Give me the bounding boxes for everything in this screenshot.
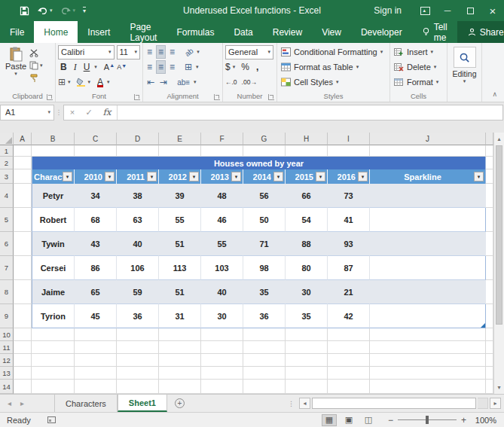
cell-J12[interactable] (370, 354, 486, 367)
macro-record-icon[interactable] (47, 416, 56, 423)
cell-E7[interactable]: 113 (159, 256, 201, 280)
scroll-up-icon[interactable]: ▴ (494, 133, 504, 145)
table-header-2016[interactable]: 2016▾ (328, 169, 370, 184)
cell-H7[interactable]: 80 (286, 256, 328, 280)
cell-C12[interactable] (75, 354, 117, 367)
cell-E11[interactable] (159, 341, 201, 354)
cell-A12[interactable] (14, 354, 32, 367)
cell-J6-sparkline[interactable] (370, 232, 486, 256)
cell-B7[interactable]: Cersei (32, 256, 75, 280)
cell-I10[interactable] (328, 328, 370, 341)
cell-C7[interactable]: 86 (75, 256, 117, 280)
redo-dropdown-icon[interactable]: ▾ (73, 8, 76, 14)
cell-F4[interactable]: 48 (201, 184, 243, 208)
cell-G10[interactable] (243, 328, 286, 341)
prev-sheet-icon[interactable]: ◂ (8, 399, 11, 407)
maximize-icon[interactable] (459, 0, 481, 21)
cell-F11[interactable] (201, 341, 243, 354)
cell-F12[interactable] (201, 354, 243, 367)
cell-D9[interactable]: 36 (117, 304, 159, 328)
table-header-2015[interactable]: 2015▾ (286, 169, 328, 184)
cell-E10[interactable] (159, 328, 201, 341)
row-header-1[interactable]: 1 (0, 145, 14, 157)
cell-G5[interactable]: 50 (243, 208, 286, 232)
cell-A11[interactable] (14, 341, 32, 354)
format-cells-button[interactable]: Format▾ (394, 75, 444, 89)
cell-I14[interactable] (328, 380, 370, 394)
cell-G9[interactable]: 36 (243, 304, 286, 328)
insert-function-icon[interactable]: fx (97, 107, 117, 117)
cell-H8[interactable]: 30 (286, 280, 328, 304)
cell-C14[interactable] (75, 380, 117, 394)
underline-button[interactable]: U (81, 61, 93, 74)
cell-I1[interactable] (328, 145, 370, 157)
clipboard-dialog-launcher-icon[interactable] (47, 94, 53, 100)
next-sheet-icon[interactable]: ▸ (20, 399, 24, 407)
font-dialog-launcher-icon[interactable] (134, 94, 140, 100)
increase-decimal-icon[interactable]: ←.0 (225, 78, 237, 86)
cell-H11[interactable] (286, 341, 328, 354)
cell-E13[interactable] (159, 367, 201, 380)
wrap-text-dropdown-icon[interactable]: ▾ (194, 79, 197, 85)
undo-icon[interactable]: ▾ (37, 6, 53, 15)
cell-A14[interactable] (14, 380, 32, 394)
column-header-J[interactable]: J (370, 133, 486, 145)
cell-B6[interactable]: Tywin (32, 232, 75, 256)
comma-button[interactable]: , (256, 62, 258, 72)
page-break-view-icon[interactable]: ◫ (361, 414, 376, 426)
filter-button-2015[interactable]: ▾ (316, 172, 325, 181)
cell-G13[interactable] (243, 367, 286, 380)
cell-C1[interactable] (75, 145, 117, 157)
cell-G11[interactable] (243, 341, 286, 354)
cell-G8[interactable]: 35 (243, 280, 286, 304)
horizontal-scroll-thumb[interactable] (312, 398, 476, 409)
cell-D13[interactable] (117, 367, 159, 380)
ribbon-tab-developer[interactable]: Developer (351, 21, 412, 43)
close-icon[interactable]: × (481, 0, 504, 21)
font-name-combo[interactable]: Calibri▾ (58, 45, 115, 59)
wrap-text-icon[interactable]: ab≡ (176, 75, 191, 89)
ribbon-display-options-icon[interactable] (414, 0, 436, 21)
cell-G12[interactable] (243, 354, 286, 367)
cell-C8[interactable]: 65 (75, 280, 117, 304)
redo-icon[interactable]: ▾ (60, 6, 76, 15)
undo-dropdown-icon[interactable]: ▾ (50, 8, 53, 14)
save-icon[interactable] (20, 6, 29, 16)
top-align-icon[interactable]: ≡ (145, 45, 154, 59)
row-header-2[interactable]: 2 (0, 157, 14, 169)
merge-center-icon[interactable]: ⊞ (183, 60, 194, 74)
column-header-G[interactable]: G (243, 133, 286, 145)
column-header-H[interactable]: H (286, 133, 328, 145)
underline-dropdown-icon[interactable]: ▾ (94, 64, 97, 70)
font-color-dropdown-icon[interactable]: ▾ (107, 79, 110, 85)
cell-B9[interactable]: Tyrion (32, 304, 75, 328)
ribbon-tab-view[interactable]: View (312, 21, 351, 43)
row-header-11[interactable]: 11 (0, 341, 14, 354)
cell-A9[interactable] (14, 304, 32, 328)
cell-I4[interactable]: 73 (328, 184, 370, 208)
cell-C5[interactable]: 68 (75, 208, 117, 232)
middle-align-icon[interactable]: ≡ (156, 45, 166, 59)
cell-I5[interactable]: 41 (328, 208, 370, 232)
cell-G1[interactable] (243, 145, 286, 157)
cell-J13[interactable] (370, 367, 486, 380)
alignment-dialog-launcher-icon[interactable] (214, 94, 220, 100)
row-header-14[interactable]: 14 (0, 380, 14, 394)
cell-H12[interactable] (286, 354, 328, 367)
number-format-combo[interactable]: General▾ (225, 45, 273, 59)
cell-J1[interactable] (370, 145, 486, 157)
cell-A13[interactable] (14, 367, 32, 380)
column-header-E[interactable]: E (159, 133, 201, 145)
cell-F1[interactable] (201, 145, 243, 157)
vertical-scroll-thumb[interactable] (496, 145, 502, 325)
bottom-align-icon[interactable]: ≡ (168, 45, 176, 59)
table-header-sparkline[interactable]: Sparkline▾ (370, 169, 486, 184)
column-header-A[interactable]: A (14, 133, 32, 145)
column-header-F[interactable]: F (201, 133, 243, 145)
format-as-table-button[interactable]: Format as Table▾ (281, 60, 387, 74)
ribbon-tab-home[interactable]: Home (34, 21, 78, 43)
column-header-I[interactable]: I (328, 133, 370, 145)
cell-J8-sparkline[interactable] (370, 280, 486, 304)
fill-color-dropdown-icon[interactable]: ▾ (88, 79, 91, 85)
cell-E8[interactable]: 51 (159, 280, 201, 304)
